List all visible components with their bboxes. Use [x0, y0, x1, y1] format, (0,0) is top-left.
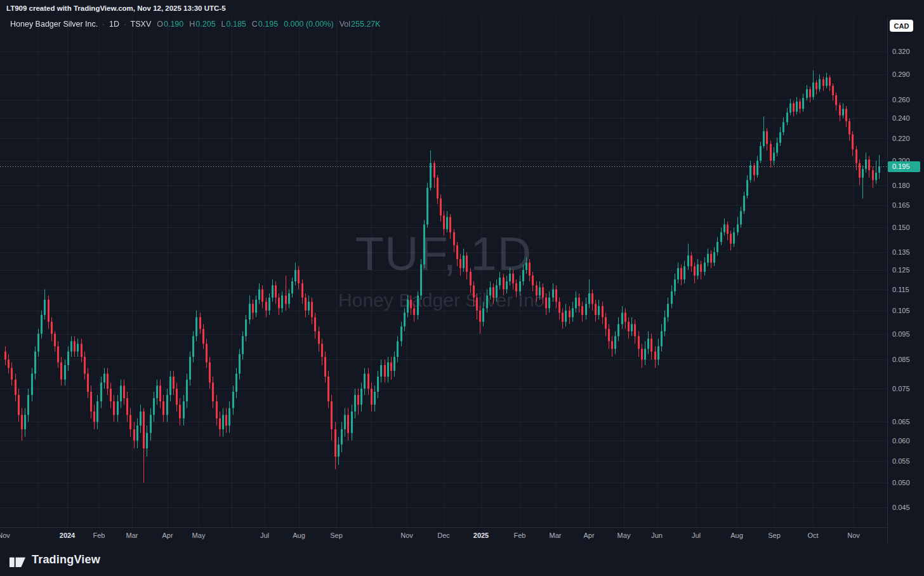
price-axis-label: 0.260	[892, 96, 910, 104]
legend-volume: Vol 255.27K	[340, 20, 381, 29]
price-axis-label: 0.150	[892, 224, 910, 231]
legend-separator: ·	[102, 20, 105, 28]
time-axis-month-label: Jun	[651, 532, 663, 539]
price-axis-label: 0.075	[892, 385, 910, 392]
price-axis-label: 0.095	[892, 330, 910, 338]
legend-low: L 0.185	[221, 20, 246, 29]
time-axis-month-label: Nov	[400, 532, 413, 539]
time-axis-month-label: Mar	[126, 532, 138, 539]
high-value: 0.205	[195, 20, 215, 29]
time-axis-month-label: Feb	[93, 532, 105, 539]
bottom-toolbar: TradingView	[0, 543, 924, 576]
legend-open: O 0.190	[157, 20, 183, 29]
last-price-tag: 0.195	[888, 161, 920, 172]
price-axis-label: 0.180	[892, 182, 910, 189]
symbol-legend[interactable]: Honey Badger Silver Inc. · 1D · TSXV O 0…	[10, 20, 386, 29]
time-axis-month-label: May	[617, 532, 631, 539]
time-axis-month-label: Mar	[550, 532, 562, 539]
price-axis-label: 0.240	[892, 114, 910, 122]
close-label: C	[252, 20, 258, 29]
attribution-text: LT909 created with TradingView.com, Nov …	[0, 0, 924, 17]
price-axis-label: 0.320	[892, 48, 910, 55]
time-axis-month-label: Aug	[730, 532, 743, 539]
low-value: 0.185	[227, 20, 246, 29]
close-value: 0.195	[258, 20, 278, 29]
time-axis-month-label: Feb	[514, 532, 526, 539]
time-axis-year-label: 2024	[60, 532, 75, 539]
price-axis-label: 0.220	[892, 135, 910, 142]
legend-close: C 0.195	[252, 20, 278, 29]
price-axis-label: 0.065	[892, 418, 910, 425]
price-axis-label: 0.135	[892, 248, 910, 256]
price-axis-label: 0.125	[892, 266, 910, 274]
price-axis-label: 0.105	[892, 307, 910, 314]
time-axis-month-label: May	[192, 532, 206, 539]
volume-label: Vol	[340, 20, 350, 29]
tradingview-wordmark: TradingView	[32, 553, 100, 566]
time-axis-month-label: Sep	[330, 532, 343, 539]
legend-change: 0.000 (0.00%)	[284, 20, 334, 29]
candlestick-chart-canvas[interactable]	[0, 17, 887, 527]
time-axis-month-label: Jul	[260, 532, 269, 539]
tradingview-chart-window: LT909 created with TradingView.com, Nov …	[0, 0, 924, 576]
open-value: 0.190	[164, 20, 183, 29]
price-axis-label: 0.165	[892, 201, 910, 209]
price-axis[interactable]: CAD 0.195 0.3200.2900.2600.2400.2200.200…	[887, 17, 924, 543]
tradingview-logo-icon	[9, 551, 26, 568]
tradingview-home-link[interactable]: TradingView	[9, 551, 100, 568]
open-label: O	[157, 20, 163, 29]
legend-exchange: TSXV	[131, 20, 152, 29]
time-axis-year-label: 2025	[473, 532, 489, 539]
time-axis-month-label: Aug	[293, 532, 305, 539]
price-axis-label: 0.055	[892, 457, 910, 465]
price-axis-label: 0.060	[892, 437, 910, 445]
chart-pane: TUF, 1D Honey Badger Silver Inc.	[0, 17, 887, 527]
time-axis-month-label: Apr	[583, 532, 594, 539]
time-axis-month-label: Dec	[437, 532, 450, 539]
currency-toggle-button[interactable]: CAD	[890, 20, 913, 32]
time-axis-month-label: Nov	[847, 532, 860, 539]
time-axis-month-label: Sep	[768, 532, 781, 539]
legend-interval: 1D	[109, 20, 119, 29]
legend-separator: ·	[124, 20, 126, 28]
time-axis-month-label: Oct	[807, 532, 818, 539]
price-axis-label: 0.085	[892, 356, 910, 363]
legend-symbol-title[interactable]: Honey Badger Silver Inc.	[10, 20, 98, 29]
price-axis-label: 0.115	[892, 286, 909, 293]
high-label: H	[189, 20, 195, 29]
time-axis[interactable]: Nov2024FebMarAprMayJulAugSepNovDec2025Fe…	[0, 527, 887, 544]
time-axis-month-label: Jul	[692, 532, 701, 539]
legend-high: H 0.205	[189, 20, 215, 29]
time-axis-month-label: Apr	[162, 532, 173, 539]
volume-value: 255.27K	[351, 20, 381, 29]
low-label: L	[221, 20, 226, 29]
price-axis-label: 0.045	[892, 504, 910, 511]
price-axis-label: 0.290	[892, 70, 910, 78]
time-axis-month-label: Nov	[0, 532, 10, 539]
price-axis-label: 0.050	[892, 479, 910, 486]
